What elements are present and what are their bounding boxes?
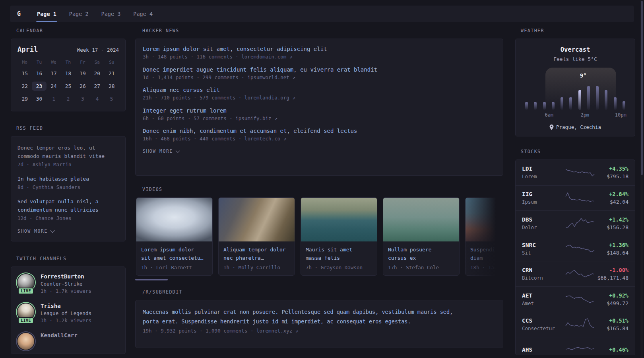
stocks-widget: LDILorem+4.35%$795.18IIGIpsum+2.84%$42.0…	[515, 160, 635, 355]
hn-story-meta: 1d · 1,414 points · 299 comments · ipsum…	[143, 74, 496, 80]
weather-axis-label: 2pm	[580, 112, 589, 118]
calendar-separator: ·	[101, 47, 104, 53]
weather-bar	[587, 86, 590, 110]
calendar-day[interactable]: 2	[61, 94, 75, 103]
rss-item-title[interactable]: Donec tempor eros leo, ut commodo mauris…	[17, 144, 119, 160]
stock-row[interactable]: AHS+0.46%	[516, 337, 635, 355]
weather-bar	[525, 102, 528, 110]
rss-item-title[interactable]: Sed volutpat nulla nisl, a condimentum n…	[17, 197, 119, 214]
hn-story: Lorem ipsum dolor sit amet, consectetur …	[143, 46, 496, 60]
calendar-day-selected[interactable]: 23	[32, 82, 46, 91]
twitch-channel-name[interactable]: KendallCarr	[41, 332, 78, 339]
video-thumbnail[interactable]	[466, 198, 503, 241]
stock-row[interactable]: DBSDolor+1.42%$156.28	[516, 210, 635, 236]
video-thumbnail[interactable]	[383, 198, 459, 241]
video-thumbnail[interactable]	[301, 198, 377, 241]
twitch-channel-row[interactable]: LIVETrishaLeague of Legends3h · 1.2k vie…	[17, 303, 119, 323]
calendar-day[interactable]: 25	[61, 82, 75, 91]
calendar-weekday: Su	[105, 60, 119, 65]
stock-row[interactable]: AETAmet+0.92%$499.72	[516, 286, 635, 312]
video-card[interactable]: Mauris sit amet massa felis7h · Grayson …	[301, 197, 377, 276]
calendar-day[interactable]: 17	[47, 69, 61, 78]
stock-row[interactable]: SNRCSit+1.36%$148.64	[516, 236, 635, 261]
video-title[interactable]: Mauris sit amet massa felis	[306, 245, 369, 262]
stock-row[interactable]: IIGIpsum+2.84%$42.04	[516, 185, 635, 211]
tab-page-2[interactable]: Page 2	[63, 6, 95, 22]
calendar-day[interactable]: 19	[76, 69, 90, 78]
stock-row[interactable]: LDILorem+4.35%$795.18	[516, 160, 635, 185]
twitch-channel-row[interactable]: LIVEForrestBurtonCounter-Strike1h · 1.7k…	[17, 273, 119, 294]
calendar-day[interactable]: 24	[47, 82, 61, 91]
hn-show-more-button[interactable]: SHOW MORE	[143, 148, 496, 154]
tab-page-4[interactable]: Page 4	[127, 6, 159, 22]
stock-price: $66,171.48	[595, 275, 628, 281]
page-scrollbar[interactable]	[640, 0, 643, 358]
stock-sparkline	[565, 164, 595, 181]
hn-story-title[interactable]: Integer eget rutrum lorem	[143, 107, 227, 114]
hn-story-title[interactable]: Lorem ipsum dolor sit amet, consectetur …	[143, 46, 327, 52]
video-title[interactable]: Suspendisse diam	[470, 245, 503, 262]
video-card[interactable]: Aliquam tempor dolor nec pharetra…1h · M…	[218, 197, 295, 276]
calendar-day[interactable]: 15	[17, 69, 32, 78]
stocks-section-header: STOCKS	[521, 149, 635, 154]
hn-story-title[interactable]: Donec enim nibh, condimentum et accumsan…	[143, 128, 357, 134]
calendar-day[interactable]: 4	[90, 94, 104, 103]
weather-axis-label: 10pm	[615, 112, 627, 118]
calendar-day[interactable]: 26	[76, 82, 90, 91]
rss-item-title[interactable]: In hac habitasse platea	[17, 175, 119, 183]
calendar-day[interactable]: 21	[105, 69, 119, 78]
stock-change: +0.51%	[595, 317, 628, 324]
stock-row[interactable]: CRNBitcorn-1.00%$66,171.48	[516, 261, 635, 286]
stock-values: +0.51%$165.84	[595, 317, 628, 331]
video-title[interactable]: Nullam posuere cursus ex	[388, 245, 452, 262]
calendar-day[interactable]: 18	[61, 69, 75, 78]
weather-location-label: Prague, Czechia	[556, 124, 601, 130]
video-card[interactable]: Suspendisse diam18h · Tara	[465, 197, 503, 276]
twitch-channel-name[interactable]: ForrestBurton	[41, 273, 91, 280]
calendar-day[interactable]: 22	[17, 82, 32, 91]
calendar-day[interactable]: 5	[105, 94, 119, 103]
stock-price: $148.64	[595, 250, 628, 256]
page-scrollbar-thumb[interactable]	[641, 1, 643, 175]
rss-item-meta: 12d · Chance Jones	[17, 215, 119, 221]
stock-price: $156.28	[595, 224, 628, 230]
calendar-day[interactable]: 1	[47, 94, 61, 103]
app-logo[interactable]: G	[10, 6, 28, 22]
stock-sparkline	[565, 266, 595, 282]
twitch-channel-row[interactable]: KendallCarr	[17, 332, 119, 350]
video-thumbnail[interactable]	[136, 198, 212, 241]
hn-story-title[interactable]: Aliquam nec cursus elit	[143, 87, 220, 93]
subreddit-post-title[interactable]: Maecenas mollis pulvinar erat non posuer…	[143, 307, 461, 326]
stock-values: +1.36%$148.64	[595, 242, 628, 256]
tab-page-3[interactable]: Page 3	[95, 6, 127, 22]
weather-bar	[534, 102, 537, 110]
carousel-scroll-indicator[interactable]	[135, 279, 168, 280]
weather-bar	[596, 86, 599, 110]
video-carousel[interactable]: Lorem ipsum dolor sit amet consectetu…1h…	[135, 197, 503, 276]
calendar-day[interactable]: 29	[17, 94, 32, 103]
video-card[interactable]: Nullam posuere cursus ex17h · Stefan Col…	[383, 197, 460, 276]
video-thumbnail[interactable]	[219, 198, 295, 241]
rss-show-more-button[interactable]: SHOW MORE	[17, 228, 119, 234]
stock-row[interactable]: CCSConsectetur+0.51%$165.84	[516, 312, 635, 337]
stock-price: $165.84	[595, 325, 628, 331]
calendar-day[interactable]: 16	[32, 69, 46, 78]
twitch-channel-name[interactable]: Trisha	[41, 303, 91, 309]
tab-page-1[interactable]: Page 1	[31, 6, 63, 22]
calendar-day[interactable]: 20	[90, 69, 104, 78]
video-title[interactable]: Aliquam tempor dolor nec pharetra…	[223, 245, 287, 262]
twitch-widget: LIVEForrestBurtonCounter-Strike1h · 1.7k…	[11, 267, 126, 354]
calendar-day[interactable]: 30	[32, 94, 46, 103]
video-card[interactable]: Lorem ipsum dolor sit amet consectetu…1h…	[136, 197, 213, 276]
stock-name: Ipsum	[522, 199, 565, 205]
calendar-day[interactable]: 27	[90, 82, 104, 91]
video-title[interactable]: Lorem ipsum dolor sit amet consectetu…	[141, 245, 205, 262]
calendar-day[interactable]: 3	[76, 94, 90, 103]
stock-values: +0.46%	[595, 346, 628, 353]
calendar-day[interactable]: 28	[105, 82, 119, 91]
subreddit-post-meta: 19h · 9,932 points · 1,090 comments · lo…	[143, 328, 496, 334]
calendar-weekday: Mo	[17, 60, 32, 65]
weather-bars	[522, 84, 628, 110]
stock-name: Sit	[522, 250, 565, 256]
hn-story-title[interactable]: Donec imperdiet augue tincidunt felis al…	[143, 66, 377, 73]
